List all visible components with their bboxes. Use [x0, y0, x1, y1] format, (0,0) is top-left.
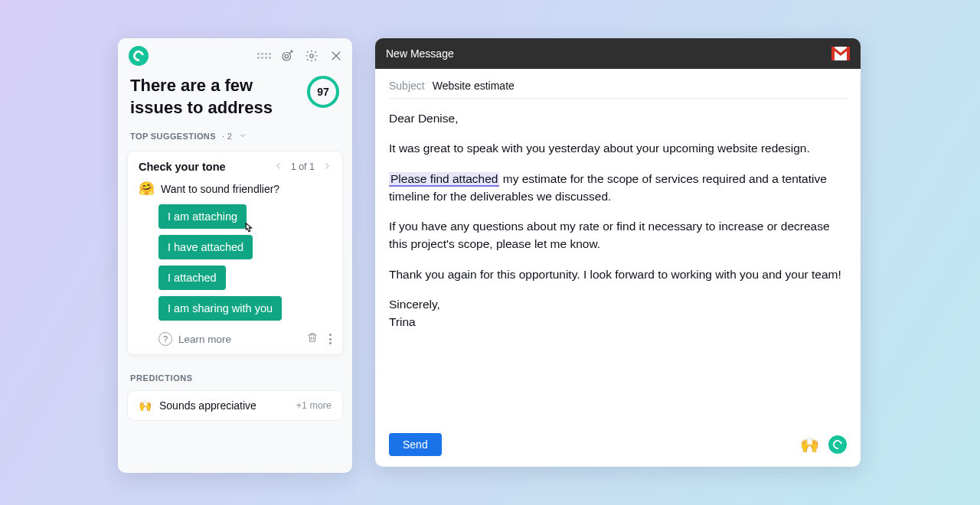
card-title: Check your tone: [139, 161, 226, 173]
drag-handle-icon[interactable]: [257, 53, 270, 59]
chevron-down-icon: [238, 131, 247, 142]
tone-emoji-icon[interactable]: 🙌: [800, 435, 819, 454]
grammarly-logo-icon: [129, 46, 149, 66]
card-prompt: Want to sound friendlier?: [161, 183, 279, 195]
settings-gear-icon[interactable]: [305, 49, 318, 63]
help-icon: ?: [158, 332, 172, 346]
goals-icon[interactable]: [280, 49, 294, 63]
panel-headline: There are a few issues to address: [130, 75, 302, 119]
pager-prev-icon[interactable]: [274, 161, 283, 173]
friendly-emoji-icon: 🤗: [139, 181, 155, 197]
compose-header: New Message: [375, 38, 861, 69]
email-paragraph: Please find attached my estimate for the…: [389, 170, 847, 206]
prediction-row[interactable]: 🙌 Sounds appreciative +1 more: [127, 390, 343, 421]
score-ring[interactable]: 97: [306, 75, 340, 109]
email-paragraph: It was great to speak with you yesterday…: [389, 139, 847, 157]
compose-window: New Message Subject Website estimate Dea…: [375, 38, 861, 467]
svg-point-2: [310, 54, 314, 58]
svg-rect-6: [831, 47, 835, 60]
panel-toolbar: [118, 38, 352, 70]
email-signoff: Sincerely,: [389, 295, 847, 313]
predictions-label: PREDICTIONS: [118, 355, 352, 387]
learn-more-label: Learn more: [178, 334, 231, 345]
svg-point-0: [283, 53, 291, 61]
top-suggestions-count: · 2: [222, 132, 232, 141]
email-body[interactable]: Dear Denise, It was great to speak with …: [389, 109, 847, 331]
prediction-more: +1 more: [296, 400, 332, 411]
suggestion-card: Check your tone 1 of 1 🤗 Want to sound f…: [127, 151, 343, 355]
suggestion-chip[interactable]: I am attaching: [158, 204, 247, 229]
close-icon[interactable]: [329, 49, 343, 63]
trash-icon[interactable]: [306, 331, 318, 347]
email-paragraph: If you have any questions about my rate …: [389, 217, 847, 253]
grammarly-panel: There are a few issues to address 97 TOP…: [118, 38, 352, 473]
compose-title: New Message: [386, 47, 454, 60]
email-greeting: Dear Denise,: [389, 109, 847, 127]
card-pager: 1 of 1: [274, 161, 332, 173]
send-button[interactable]: Send: [389, 433, 442, 456]
score-value: 97: [306, 75, 340, 109]
learn-more-link[interactable]: ? Learn more: [158, 332, 231, 346]
suggestion-chip-list: I am attaching I have attached I attache…: [139, 204, 332, 321]
suggestion-chip[interactable]: I am sharing with you: [158, 296, 282, 321]
subject-row[interactable]: Subject Website estimate: [389, 80, 847, 99]
prediction-text: Sounds appreciative: [159, 399, 256, 412]
subject-label: Subject: [389, 80, 425, 92]
top-suggestions-toggle[interactable]: TOP SUGGESTIONS · 2: [118, 125, 352, 145]
grammarly-badge-icon[interactable]: [828, 435, 847, 454]
gmail-logo-icon: [831, 47, 850, 60]
email-paragraph: Thank you again for this opportunity. I …: [389, 266, 847, 283]
subject-value: Website estimate: [433, 80, 514, 92]
pager-count: 1 of 1: [291, 161, 315, 172]
hands-emoji-icon: 🙌: [139, 399, 152, 412]
suggestion-chip[interactable]: I attached: [158, 266, 226, 290]
pager-next-icon[interactable]: [322, 161, 332, 173]
highlighted-phrase[interactable]: Please find attached: [389, 172, 499, 187]
more-options-icon[interactable]: [329, 334, 332, 344]
svg-rect-7: [847, 47, 850, 60]
email-sender-name: Trina: [389, 313, 847, 331]
svg-point-1: [285, 55, 289, 59]
top-suggestions-label: TOP SUGGESTIONS: [130, 132, 216, 141]
suggestion-chip[interactable]: I have attached: [158, 235, 253, 259]
